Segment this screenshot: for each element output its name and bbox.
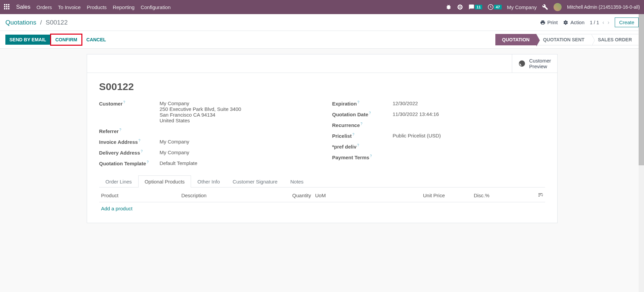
col-quantity[interactable]: Quantity bbox=[277, 189, 313, 202]
breadcrumb-sep: / bbox=[40, 19, 42, 26]
button-box: Customer Preview bbox=[87, 54, 557, 73]
avatar[interactable] bbox=[554, 3, 562, 11]
breadcrumb: Quotations / S00122 bbox=[5, 19, 68, 26]
breadcrumb-current: S00122 bbox=[46, 19, 68, 26]
tab-customer-signature[interactable]: Customer Signature bbox=[226, 175, 284, 187]
col-description[interactable]: Description bbox=[179, 189, 277, 202]
tab-notes[interactable]: Notes bbox=[284, 175, 310, 187]
help-icon[interactable]: ? bbox=[370, 154, 372, 158]
referrer-value[interactable] bbox=[160, 128, 312, 134]
sliders-icon[interactable] bbox=[538, 192, 543, 199]
tab-optional-products[interactable]: Optional Products bbox=[138, 175, 191, 187]
pager: 1 / 1 ‹ › bbox=[590, 19, 609, 26]
stage-quotation-sent[interactable]: QUOTATION SENT bbox=[536, 34, 591, 45]
expiration-label: Expiration? bbox=[332, 100, 393, 107]
quotation-template-value[interactable]: Default Template bbox=[160, 160, 312, 166]
control-panel: Quotations / S00122 Print Action 1 / 1 ‹… bbox=[0, 14, 644, 31]
pricelist-value[interactable]: Public Pricelist (USD) bbox=[393, 133, 545, 139]
help-icon[interactable]: ? bbox=[361, 122, 363, 126]
help-icon[interactable]: ? bbox=[141, 150, 143, 153]
invoice-address-value[interactable]: My Company bbox=[160, 139, 312, 145]
customer-preview-button[interactable]: Customer Preview bbox=[512, 54, 557, 73]
nav-configuration[interactable]: Configuration bbox=[141, 4, 171, 10]
quotation-date-value[interactable]: 11/30/2022 13:44:16 bbox=[393, 111, 545, 117]
activities-icon[interactable]: 47 bbox=[488, 4, 501, 10]
col-uom[interactable]: UoM bbox=[313, 189, 393, 202]
payment-terms-value[interactable] bbox=[393, 154, 545, 160]
col-product[interactable]: Product bbox=[99, 189, 180, 202]
form-right-column: Expiration? 12/30/2022 Quotation Date? 1… bbox=[332, 100, 545, 171]
customer-value[interactable]: My Company 250 Executive Park Blvd, Suit… bbox=[160, 100, 312, 123]
optional-products-table: Product Description Quantity UoM Unit Pr… bbox=[99, 189, 545, 215]
delivery-address-label: Delivery Address? bbox=[99, 150, 160, 156]
nav-orders[interactable]: Orders bbox=[37, 4, 52, 10]
cancel-button[interactable]: CANCEL bbox=[82, 35, 110, 45]
quotation-date-label: Quotation Date? bbox=[332, 111, 393, 117]
form-sheet: Customer Preview S00122 Customer? My Com… bbox=[87, 54, 558, 223]
referrer-label: Referrer? bbox=[99, 128, 160, 134]
action-button[interactable]: Action bbox=[563, 19, 584, 25]
create-button[interactable]: Create bbox=[615, 17, 639, 27]
notebook-tabs: Order Lines Optional Products Other Info… bbox=[99, 175, 545, 187]
table-row: Add a product bbox=[99, 202, 545, 215]
help-icon[interactable]: ? bbox=[352, 133, 354, 136]
tab-order-lines[interactable]: Order Lines bbox=[99, 175, 138, 187]
expiration-value[interactable]: 12/30/2022 bbox=[393, 100, 545, 107]
globe-icon bbox=[518, 60, 526, 67]
nav-products[interactable]: Products bbox=[87, 4, 107, 10]
help-icon[interactable]: ? bbox=[369, 111, 371, 115]
add-product-link[interactable]: Add a product bbox=[101, 206, 132, 211]
support-icon[interactable] bbox=[457, 4, 463, 10]
stage-sales-order[interactable]: SALES ORDER bbox=[591, 34, 639, 45]
company-switcher[interactable]: My Company bbox=[507, 4, 537, 10]
messages-badge: 11 bbox=[475, 5, 482, 9]
record-title: S00122 bbox=[99, 81, 545, 92]
user-menu[interactable]: Mitchell Admin (21451359-16-0-all) bbox=[567, 4, 640, 10]
quotation-template-label: Quotation Template? bbox=[99, 160, 160, 166]
invoice-address-label: Invoice Address? bbox=[99, 139, 160, 145]
col-unit-price[interactable]: Unit Price bbox=[393, 189, 447, 202]
stage-quotation[interactable]: QUOTATION bbox=[495, 34, 536, 45]
send-by-email-button[interactable]: SEND BY EMAIL bbox=[5, 35, 50, 45]
scrollbar[interactable] bbox=[639, 14, 644, 228]
confirm-button[interactable]: CONFIRM bbox=[50, 34, 82, 46]
pager-next-icon[interactable]: › bbox=[608, 19, 609, 26]
pricelist-label: Pricelist? bbox=[332, 133, 393, 139]
status-stages: QUOTATION QUOTATION SENT SALES ORDER bbox=[495, 34, 639, 45]
activities-badge: 47 bbox=[494, 5, 501, 9]
help-icon[interactable]: ? bbox=[357, 100, 359, 104]
help-icon[interactable]: ? bbox=[357, 143, 359, 147]
bug-icon[interactable] bbox=[446, 4, 452, 10]
messages-icon[interactable]: 11 bbox=[468, 4, 482, 10]
tab-other-info[interactable]: Other Info bbox=[191, 175, 226, 187]
pref-deliv-label: *pref deliv? bbox=[332, 143, 393, 150]
form-left-column: Customer? My Company 250 Executive Park … bbox=[99, 100, 312, 171]
payment-terms-label: Payment Terms? bbox=[332, 154, 393, 160]
apps-icon[interactable] bbox=[4, 4, 10, 10]
print-button[interactable]: Print bbox=[540, 19, 558, 25]
nav-to-invoice[interactable]: To Invoice bbox=[58, 4, 81, 10]
delivery-address-value[interactable]: My Company bbox=[160, 150, 312, 156]
pager-value[interactable]: 1 / 1 bbox=[590, 20, 599, 25]
recurrence-label: Recurrence? bbox=[332, 122, 393, 128]
app-brand[interactable]: Sales bbox=[16, 4, 31, 10]
customer-label: Customer? bbox=[99, 100, 160, 123]
breadcrumb-root[interactable]: Quotations bbox=[5, 19, 36, 26]
scroll-thumb[interactable] bbox=[639, 14, 644, 165]
help-icon[interactable]: ? bbox=[147, 160, 149, 164]
status-bar: SEND BY EMAIL CONFIRM CANCEL QUOTATION Q… bbox=[0, 31, 644, 49]
col-options bbox=[491, 189, 545, 202]
tools-icon[interactable] bbox=[542, 4, 548, 10]
customer-preview-label: Customer Preview bbox=[529, 58, 551, 69]
recurrence-value[interactable] bbox=[393, 122, 545, 128]
help-icon[interactable]: ? bbox=[123, 100, 125, 104]
main-navbar: Sales Orders To Invoice Products Reporti… bbox=[0, 0, 644, 14]
nav-reporting[interactable]: Reporting bbox=[113, 4, 135, 10]
col-discount[interactable]: Disc.% bbox=[447, 189, 492, 202]
pref-deliv-value[interactable] bbox=[393, 143, 545, 150]
help-icon[interactable]: ? bbox=[119, 128, 121, 132]
pager-prev-icon[interactable]: ‹ bbox=[602, 19, 604, 26]
help-icon[interactable]: ? bbox=[139, 139, 141, 142]
